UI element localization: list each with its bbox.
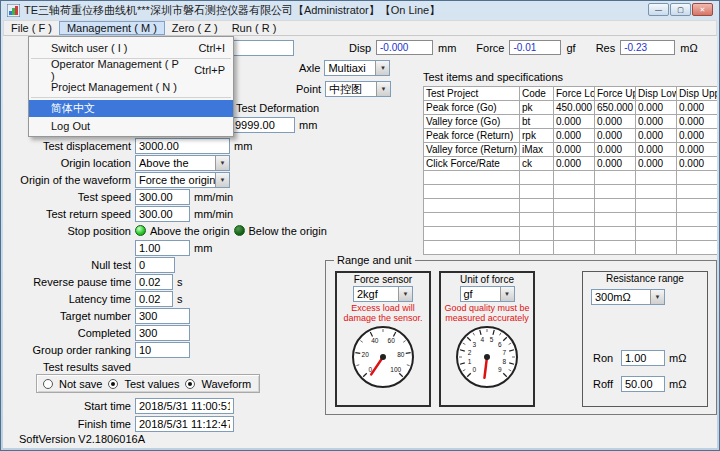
- spec-cell[interactable]: Click Force/Rate: [424, 157, 520, 171]
- spec-cell[interactable]: 0.000: [595, 115, 636, 129]
- finish-time-input[interactable]: [135, 416, 234, 432]
- spec-cell[interactable]: [677, 185, 718, 199]
- spec-table-row[interactable]: Click Force/Rateck0.0000.0000.0000.000: [424, 157, 718, 171]
- spec-cell[interactable]: [595, 213, 636, 227]
- stop-offset-input[interactable]: [135, 240, 190, 256]
- spec-table-row[interactable]: Valley force (Go)bt0.0000.0000.0000.000: [424, 115, 718, 129]
- spec-cell[interactable]: iMax: [520, 143, 554, 157]
- spec-cell[interactable]: [595, 199, 636, 213]
- spec-table-row[interactable]: [424, 185, 718, 199]
- maximize-button[interactable]: ▢: [670, 3, 691, 16]
- spec-cell[interactable]: 0.000: [554, 115, 595, 129]
- spec-cell[interactable]: [554, 199, 595, 213]
- not-save-radio[interactable]: [43, 379, 53, 389]
- reverse-pause-time-input[interactable]: [135, 274, 173, 290]
- spec-cell[interactable]: [520, 199, 554, 213]
- spec-table-row[interactable]: [424, 241, 718, 255]
- ron-input[interactable]: [621, 350, 665, 366]
- menu-item-log-out[interactable]: Log Out: [29, 117, 233, 134]
- spec-cell[interactable]: 0.000: [677, 157, 718, 171]
- menu-item-switch-user[interactable]: Switch user ( I ) Ctrl+I: [29, 39, 233, 56]
- spec-table-row[interactable]: Peak force (Go)pk450.000650.0000.0000.00…: [424, 101, 718, 115]
- spec-cell[interactable]: [677, 241, 718, 255]
- spec-cell[interactable]: [424, 199, 520, 213]
- spec-cell[interactable]: [520, 213, 554, 227]
- test-deformation-input[interactable]: [231, 117, 295, 133]
- spec-cell[interactable]: [636, 171, 677, 185]
- latency-time-input[interactable]: [135, 291, 173, 307]
- spec-cell[interactable]: [554, 227, 595, 241]
- menu-item-operator-management[interactable]: Operator Management ( P ) Ctrl+P: [29, 61, 233, 78]
- spec-cell[interactable]: [677, 227, 718, 241]
- spec-cell[interactable]: [677, 213, 718, 227]
- spec-cell[interactable]: 0.000: [636, 115, 677, 129]
- spec-cell[interactable]: [677, 199, 718, 213]
- menu-zero[interactable]: Zero ( Z ): [165, 21, 225, 35]
- spec-table-row[interactable]: [424, 171, 718, 185]
- spec-cell[interactable]: Valley force (Go): [424, 115, 520, 129]
- spec-cell[interactable]: [636, 241, 677, 255]
- spec-cell[interactable]: 0.000: [636, 157, 677, 171]
- above-origin-led-icon[interactable]: [135, 225, 146, 236]
- waveform-radio[interactable]: [185, 379, 195, 389]
- spec-cell[interactable]: rpk: [520, 129, 554, 143]
- menu-file[interactable]: File ( F ): [4, 21, 59, 35]
- axle-select[interactable]: Multiaxi ▼: [324, 60, 390, 76]
- test-return-speed-input[interactable]: [135, 206, 190, 222]
- spec-cell[interactable]: [554, 213, 595, 227]
- spec-cell[interactable]: [424, 171, 520, 185]
- test-displacement-input[interactable]: [135, 138, 230, 154]
- spec-cell[interactable]: [554, 241, 595, 255]
- below-origin-led-icon[interactable]: [234, 225, 245, 236]
- spec-cell[interactable]: 0.000: [554, 129, 595, 143]
- spec-cell[interactable]: 0.000: [636, 129, 677, 143]
- spec-cell[interactable]: [520, 171, 554, 185]
- spec-cell[interactable]: [424, 185, 520, 199]
- spec-cell[interactable]: 0.000: [595, 143, 636, 157]
- spec-cell[interactable]: 0.000: [636, 143, 677, 157]
- origin-location-select[interactable]: Above the ▼: [135, 155, 230, 171]
- test-speed-input[interactable]: [135, 189, 190, 205]
- menu-management[interactable]: Management ( M ): [59, 21, 165, 35]
- resistance-range-select[interactable]: 300mΩ ▼: [591, 289, 665, 305]
- spec-cell[interactable]: [520, 185, 554, 199]
- spec-cell[interactable]: [424, 213, 520, 227]
- completed-input[interactable]: [135, 325, 190, 341]
- spec-cell[interactable]: [554, 171, 595, 185]
- spec-table-row[interactable]: [424, 213, 718, 227]
- point-select[interactable]: 中控图 ▼: [325, 81, 391, 97]
- spec-cell[interactable]: 0.000: [677, 129, 718, 143]
- menu-item-simplified-chinese[interactable]: 简体中文: [29, 100, 233, 117]
- spec-cell[interactable]: [424, 227, 520, 241]
- spec-cell[interactable]: Valley force (Return): [424, 143, 520, 157]
- spec-table-row[interactable]: [424, 199, 718, 213]
- spec-cell[interactable]: ck: [520, 157, 554, 171]
- menu-run[interactable]: Run ( R ): [225, 21, 284, 35]
- minimize-button[interactable]: —: [648, 3, 669, 16]
- spec-cell[interactable]: 0.000: [677, 143, 718, 157]
- target-number-input[interactable]: [135, 308, 190, 324]
- spec-cell[interactable]: [520, 227, 554, 241]
- test-values-radio[interactable]: [108, 379, 118, 389]
- roff-input[interactable]: [621, 376, 665, 392]
- spec-cell[interactable]: 650.000: [595, 101, 636, 115]
- spec-cell[interactable]: [636, 185, 677, 199]
- spec-cell[interactable]: 0.000: [636, 101, 677, 115]
- spec-cell[interactable]: [554, 185, 595, 199]
- start-time-input[interactable]: [135, 398, 234, 414]
- menu-item-project-management[interactable]: Project Management ( N ): [29, 78, 233, 95]
- spec-cell[interactable]: Peak force (Return): [424, 129, 520, 143]
- spec-cell[interactable]: 0.000: [677, 101, 718, 115]
- spec-cell[interactable]: Peak force (Go): [424, 101, 520, 115]
- spec-cell[interactable]: [677, 171, 718, 185]
- spec-cell[interactable]: bt: [520, 115, 554, 129]
- unit-of-force-select[interactable]: gf ▼: [460, 286, 515, 302]
- force-sensor-select[interactable]: 2kgf ▼: [353, 286, 413, 302]
- spec-cell[interactable]: [636, 227, 677, 241]
- spec-cell[interactable]: 0.000: [554, 143, 595, 157]
- spec-cell[interactable]: [424, 241, 520, 255]
- top-input[interactable]: [232, 40, 294, 56]
- spec-cell[interactable]: [520, 241, 554, 255]
- spec-cell[interactable]: pk: [520, 101, 554, 115]
- spec-table-row[interactable]: [424, 227, 718, 241]
